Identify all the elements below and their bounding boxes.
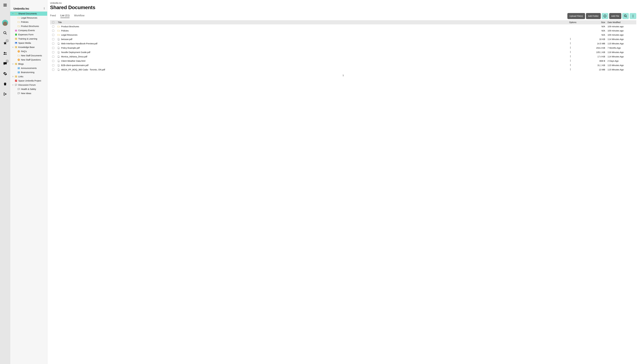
- page-title: Shared Documents: [50, 4, 636, 10]
- sidebar-item-label: New Staff Questions: [21, 58, 41, 61]
- chat-icon: [15, 84, 18, 86]
- chevron-right-icon[interactable]: [12, 76, 14, 78]
- upload-files-button[interactable]: Upload File(s): [567, 13, 585, 19]
- sidebar-item-new-staff-documents[interactable]: New Staff Documents: [10, 54, 47, 58]
- chevron-down-icon[interactable]: [12, 13, 14, 14]
- svg-point-75: [570, 57, 571, 57]
- chevron-down-icon[interactable]: [12, 84, 14, 86]
- svg-point-6: [4, 52, 5, 53]
- col-date[interactable]: Date Modified: [605, 21, 635, 24]
- chat-icon[interactable]: 0: [2, 60, 8, 66]
- row-options-icon[interactable]: [569, 38, 571, 40]
- avatar[interactable]: [2, 20, 8, 26]
- col-size[interactable]: Size: [584, 21, 605, 24]
- sidebar-item-training-learning[interactable]: Training & Learning: [10, 37, 47, 41]
- svg-rect-39: [18, 72, 19, 72]
- sidebar-item-label: Expenses Form: [18, 34, 34, 36]
- row-checkbox[interactable]: [52, 68, 54, 71]
- table-row[interactable]: PDFWeb-Interface-Handbook-Preview.pdf14.…: [50, 41, 636, 46]
- sidebar-item-shared-documents[interactable]: Shared Documents: [10, 12, 47, 16]
- row-options-icon[interactable]: [569, 42, 571, 45]
- table-row[interactable]: Product BrochuresN/A109 minutes ago: [50, 24, 636, 28]
- row-options-icon[interactable]: [569, 56, 571, 58]
- add-folder-button[interactable]: Add Folder: [586, 13, 601, 19]
- sidebar-item-faq-s[interactable]: ?FAQ's: [10, 49, 47, 54]
- logout-icon[interactable]: [2, 91, 8, 97]
- tab-feed[interactable]: Feed: [50, 14, 56, 18]
- row-options-icon[interactable]: [569, 68, 571, 71]
- row-options-icon[interactable]: [569, 47, 571, 49]
- search-icon[interactable]: [2, 30, 8, 36]
- row-checkbox[interactable]: [52, 51, 54, 53]
- pagination-current[interactable]: 1: [50, 74, 636, 76]
- svg-text:PDF: PDF: [58, 44, 59, 45]
- trash-icon[interactable]: [2, 81, 8, 87]
- tab-list-11-[interactable]: List (11): [60, 14, 70, 18]
- sidebar-item-brainstorming[interactable]: Brainstorming: [10, 70, 47, 74]
- table-row[interactable]: PDFPolicy Example.pdf204.4 KB7 Months Ag…: [50, 46, 636, 50]
- chevron-down-icon[interactable]: [12, 46, 14, 48]
- table-row[interactable]: PDFbeicase.pdf16 KB114 Minutes Ago: [50, 37, 636, 41]
- sidebar-item-knowledge-base[interactable]: Knowledge Base: [10, 45, 47, 49]
- sidebar-item-product-brochures[interactable]: Product Brochures: [10, 24, 47, 28]
- sidebar-item-blogs[interactable]: Blogs: [10, 62, 47, 66]
- info-button[interactable]: [602, 13, 608, 19]
- row-checkbox[interactable]: [52, 64, 54, 66]
- table-row[interactable]: PDFB2B-client-questionnaire.pdf31.1 KB11…: [50, 63, 636, 68]
- tab-workflow[interactable]: Workflow: [74, 14, 85, 18]
- sidebar-item-policies[interactable]: Policies: [10, 20, 47, 24]
- table-row[interactable]: HTMLClient Weather Data.html808 B2 Days …: [50, 59, 636, 63]
- sidebar-item-new-ideas[interactable]: New Ideas: [10, 91, 47, 96]
- svg-point-63: [570, 44, 571, 44]
- select-all-checkbox[interactable]: [52, 21, 54, 23]
- table-row[interactable]: PDFMonica_Adriana_Dinca.pdf17.4 KB114 Mi…: [50, 54, 636, 59]
- svg-point-54: [633, 16, 633, 16]
- row-date: 115 Minutes Ago: [605, 64, 635, 66]
- row-checkbox[interactable]: [52, 30, 54, 32]
- table-row[interactable]: PDF46024_FP_BOQ_360 Cada - Toronto, ON.p…: [50, 68, 636, 72]
- add-file-button[interactable]: Add File: [609, 13, 621, 19]
- sidebar-item-expenses-form[interactable]: Expenses Form: [10, 32, 47, 37]
- row-size: 17.4 KB: [584, 56, 605, 58]
- sidebar-item-space-umbrella-project[interactable]: Space Umbrella Project: [10, 79, 47, 83]
- row-options-icon[interactable]: [569, 60, 571, 62]
- row-options-icon[interactable]: [569, 64, 571, 67]
- sidebar-item-legal-resources[interactable]: Legal Resources: [10, 16, 47, 20]
- sidebar-item-company-events[interactable]: Company Events: [10, 28, 47, 32]
- row-checkbox[interactable]: [52, 38, 54, 40]
- hamburger-menu-icon[interactable]: [2, 2, 8, 8]
- svg-point-62: [570, 43, 571, 44]
- folder-icon: [57, 34, 60, 36]
- table-row[interactable]: PDFNoodle Deployment Guide.pdf105.1 KB11…: [50, 50, 636, 54]
- row-checkbox[interactable]: [52, 56, 54, 58]
- people-icon[interactable]: [2, 50, 8, 56]
- sidebar-item-announcements[interactable]: Announcements: [10, 66, 47, 70]
- svg-rect-16: [16, 38, 17, 38]
- workspace-more-icon[interactable]: [43, 7, 46, 10]
- chat-icon: [18, 92, 20, 95]
- favorites-icon[interactable]: 0: [2, 40, 8, 46]
- settings-icon[interactable]: [2, 71, 8, 77]
- more-actions-button[interactable]: [630, 13, 636, 19]
- breadcrumb[interactable]: Umbrella Inc: [50, 2, 636, 4]
- chevron-down-icon[interactable]: [12, 63, 14, 65]
- table-row[interactable]: Legal ResourcesN/A109 minutes ago: [50, 33, 636, 37]
- sidebar-item-new-staff-questions[interactable]: ?New Staff Questions: [10, 58, 47, 62]
- file-icon: PDF: [57, 38, 60, 40]
- row-checkbox[interactable]: [52, 26, 54, 28]
- row-checkbox[interactable]: [52, 42, 54, 45]
- table-row[interactable]: PoliciesN/A109 minutes ago: [50, 28, 636, 33]
- sidebar-item-discussion-forum[interactable]: Discussion Forum: [10, 83, 47, 87]
- row-checkbox[interactable]: [52, 47, 54, 49]
- sidebar-item-space-media[interactable]: Space Media: [10, 41, 47, 45]
- sidebar-item-health-safety[interactable]: Health & Safety: [10, 87, 47, 91]
- svg-point-86: [570, 69, 571, 70]
- row-checkbox[interactable]: [52, 34, 54, 36]
- row-options-icon[interactable]: [569, 51, 571, 54]
- svg-point-61: [570, 42, 571, 43]
- col-title[interactable]: Title: [57, 21, 569, 24]
- sidebar-item-links[interactable]: Links: [10, 74, 47, 79]
- svg-point-58: [570, 39, 571, 39]
- search-button[interactable]: [622, 13, 629, 19]
- row-checkbox[interactable]: [52, 60, 54, 62]
